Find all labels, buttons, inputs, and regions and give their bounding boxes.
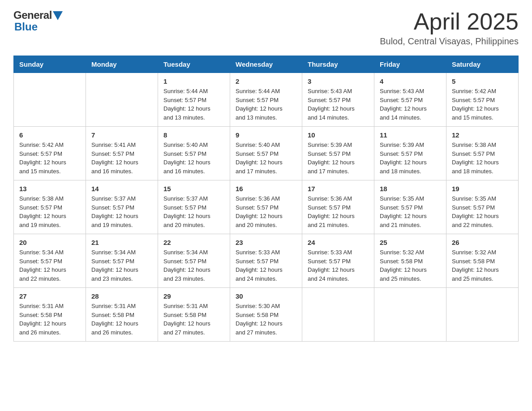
calendar-cell — [374, 288, 446, 342]
calendar-cell: 22Sunrise: 5:34 AMSunset: 5:57 PMDayligh… — [158, 234, 230, 288]
day-number: 10 — [308, 131, 369, 139]
day-info: Sunrise: 5:32 AMSunset: 5:58 PMDaylight:… — [380, 248, 441, 283]
calendar-cell: 28Sunrise: 5:31 AMSunset: 5:58 PMDayligh… — [86, 288, 158, 342]
calendar-cell: 9Sunrise: 5:40 AMSunset: 5:57 PMDaylight… — [230, 127, 302, 180]
calendar-cell: 12Sunrise: 5:38 AMSunset: 5:57 PMDayligh… — [446, 127, 519, 180]
day-number: 30 — [236, 292, 296, 300]
day-number: 14 — [91, 185, 152, 193]
day-number: 19 — [452, 185, 513, 193]
calendar-week-row: 1Sunrise: 5:44 AMSunset: 5:57 PMDaylight… — [14, 73, 519, 127]
day-info: Sunrise: 5:36 AMSunset: 5:57 PMDaylight:… — [308, 194, 369, 229]
day-number: 24 — [308, 239, 369, 246]
calendar-cell: 26Sunrise: 5:32 AMSunset: 5:58 PMDayligh… — [446, 234, 519, 288]
calendar-title: April 2025 — [380, 9, 519, 34]
day-info: Sunrise: 5:33 AMSunset: 5:57 PMDaylight:… — [236, 248, 296, 283]
calendar-cell: 11Sunrise: 5:39 AMSunset: 5:57 PMDayligh… — [374, 127, 446, 180]
day-number: 12 — [452, 131, 513, 139]
calendar-cell: 14Sunrise: 5:37 AMSunset: 5:57 PMDayligh… — [86, 180, 158, 234]
calendar-cell: 8Sunrise: 5:40 AMSunset: 5:57 PMDaylight… — [158, 127, 230, 180]
day-number: 7 — [91, 131, 152, 139]
day-number: 21 — [91, 239, 152, 246]
day-info: Sunrise: 5:44 AMSunset: 5:57 PMDaylight:… — [163, 87, 224, 122]
day-number: 15 — [163, 185, 224, 193]
day-info: Sunrise: 5:39 AMSunset: 5:57 PMDaylight:… — [380, 141, 441, 176]
calendar-cell: 1Sunrise: 5:44 AMSunset: 5:57 PMDaylight… — [158, 73, 230, 127]
day-info: Sunrise: 5:34 AMSunset: 5:57 PMDaylight:… — [91, 248, 152, 283]
day-number: 26 — [452, 239, 513, 246]
day-number: 28 — [91, 292, 152, 300]
day-number: 9 — [236, 131, 296, 139]
day-info: Sunrise: 5:34 AMSunset: 5:57 PMDaylight:… — [19, 248, 80, 283]
calendar-cell: 3Sunrise: 5:43 AMSunset: 5:57 PMDaylight… — [302, 73, 374, 127]
calendar-cell: 6Sunrise: 5:42 AMSunset: 5:57 PMDaylight… — [14, 127, 86, 180]
day-info: Sunrise: 5:38 AMSunset: 5:57 PMDaylight:… — [19, 194, 80, 229]
calendar-cell: 30Sunrise: 5:30 AMSunset: 5:58 PMDayligh… — [230, 288, 302, 342]
day-info: Sunrise: 5:31 AMSunset: 5:58 PMDaylight:… — [163, 302, 224, 337]
svg-marker-0 — [53, 11, 63, 20]
calendar-table: SundayMondayTuesdayWednesdayThursdayFrid… — [13, 56, 519, 342]
day-info: Sunrise: 5:31 AMSunset: 5:58 PMDaylight:… — [91, 302, 152, 337]
day-info: Sunrise: 5:40 AMSunset: 5:57 PMDaylight:… — [236, 141, 296, 176]
calendar-cell — [86, 73, 158, 127]
day-number: 8 — [163, 131, 224, 139]
day-info: Sunrise: 5:34 AMSunset: 5:57 PMDaylight:… — [163, 248, 224, 283]
day-info: Sunrise: 5:30 AMSunset: 5:58 PMDaylight:… — [236, 302, 296, 337]
day-number: 5 — [452, 77, 513, 85]
day-info: Sunrise: 5:31 AMSunset: 5:58 PMDaylight:… — [19, 302, 80, 337]
calendar-cell: 16Sunrise: 5:36 AMSunset: 5:57 PMDayligh… — [230, 180, 302, 234]
day-info: Sunrise: 5:43 AMSunset: 5:57 PMDaylight:… — [380, 87, 441, 122]
calendar-cell: 21Sunrise: 5:34 AMSunset: 5:57 PMDayligh… — [86, 234, 158, 288]
day-info: Sunrise: 5:42 AMSunset: 5:57 PMDaylight:… — [19, 141, 80, 176]
day-header-friday: Friday — [374, 56, 446, 73]
calendar-cell: 19Sunrise: 5:35 AMSunset: 5:57 PMDayligh… — [446, 180, 519, 234]
day-info: Sunrise: 5:42 AMSunset: 5:57 PMDaylight:… — [452, 87, 513, 122]
day-info: Sunrise: 5:43 AMSunset: 5:57 PMDaylight:… — [308, 87, 369, 122]
calendar-cell: 25Sunrise: 5:32 AMSunset: 5:58 PMDayligh… — [374, 234, 446, 288]
calendar-cell: 17Sunrise: 5:36 AMSunset: 5:57 PMDayligh… — [302, 180, 374, 234]
day-number: 4 — [380, 77, 441, 85]
day-number: 17 — [308, 185, 369, 193]
day-header-saturday: Saturday — [446, 56, 519, 73]
day-number: 16 — [236, 185, 296, 193]
day-info: Sunrise: 5:37 AMSunset: 5:57 PMDaylight:… — [163, 194, 224, 229]
calendar-cell: 20Sunrise: 5:34 AMSunset: 5:57 PMDayligh… — [14, 234, 86, 288]
calendar-cell: 23Sunrise: 5:33 AMSunset: 5:57 PMDayligh… — [230, 234, 302, 288]
day-info: Sunrise: 5:44 AMSunset: 5:57 PMDaylight:… — [236, 87, 296, 122]
day-info: Sunrise: 5:35 AMSunset: 5:57 PMDaylight:… — [380, 194, 441, 229]
day-header-thursday: Thursday — [302, 56, 374, 73]
day-number: 18 — [380, 185, 441, 193]
day-number: 3 — [308, 77, 369, 85]
day-number: 20 — [19, 239, 80, 246]
day-number: 1 — [163, 77, 224, 85]
day-number: 23 — [236, 239, 296, 246]
title-block: April 2025 Bulod, Central Visayas, Phili… — [380, 9, 519, 47]
day-header-sunday: Sunday — [14, 56, 86, 73]
day-info: Sunrise: 5:41 AMSunset: 5:57 PMDaylight:… — [91, 141, 152, 176]
calendar-cell: 18Sunrise: 5:35 AMSunset: 5:57 PMDayligh… — [374, 180, 446, 234]
calendar-cell: 4Sunrise: 5:43 AMSunset: 5:57 PMDaylight… — [374, 73, 446, 127]
day-info: Sunrise: 5:38 AMSunset: 5:57 PMDaylight:… — [452, 141, 513, 176]
calendar-week-row: 6Sunrise: 5:42 AMSunset: 5:57 PMDaylight… — [14, 127, 519, 180]
calendar-cell: 2Sunrise: 5:44 AMSunset: 5:57 PMDaylight… — [230, 73, 302, 127]
day-number: 27 — [19, 292, 80, 300]
logo: General Blue — [13, 9, 63, 33]
calendar-cell: 13Sunrise: 5:38 AMSunset: 5:57 PMDayligh… — [14, 180, 86, 234]
calendar-week-row: 13Sunrise: 5:38 AMSunset: 5:57 PMDayligh… — [14, 180, 519, 234]
day-header-tuesday: Tuesday — [158, 56, 230, 73]
day-number: 2 — [236, 77, 296, 85]
day-number: 29 — [163, 292, 224, 300]
calendar-cell — [302, 288, 374, 342]
day-info: Sunrise: 5:39 AMSunset: 5:57 PMDaylight:… — [308, 141, 369, 176]
calendar-subtitle: Bulod, Central Visayas, Philippines — [380, 36, 519, 47]
calendar-week-row: 20Sunrise: 5:34 AMSunset: 5:57 PMDayligh… — [14, 234, 519, 288]
calendar-cell — [446, 288, 519, 342]
day-info: Sunrise: 5:32 AMSunset: 5:58 PMDaylight:… — [452, 248, 513, 283]
day-number: 6 — [19, 131, 80, 139]
day-number: 25 — [380, 239, 441, 246]
calendar-week-row: 27Sunrise: 5:31 AMSunset: 5:58 PMDayligh… — [14, 288, 519, 342]
day-info: Sunrise: 5:40 AMSunset: 5:57 PMDaylight:… — [163, 141, 224, 176]
calendar-cell: 29Sunrise: 5:31 AMSunset: 5:58 PMDayligh… — [158, 288, 230, 342]
day-header-monday: Monday — [86, 56, 158, 73]
calendar-cell: 27Sunrise: 5:31 AMSunset: 5:58 PMDayligh… — [14, 288, 86, 342]
calendar-cell: 5Sunrise: 5:42 AMSunset: 5:57 PMDaylight… — [446, 73, 519, 127]
